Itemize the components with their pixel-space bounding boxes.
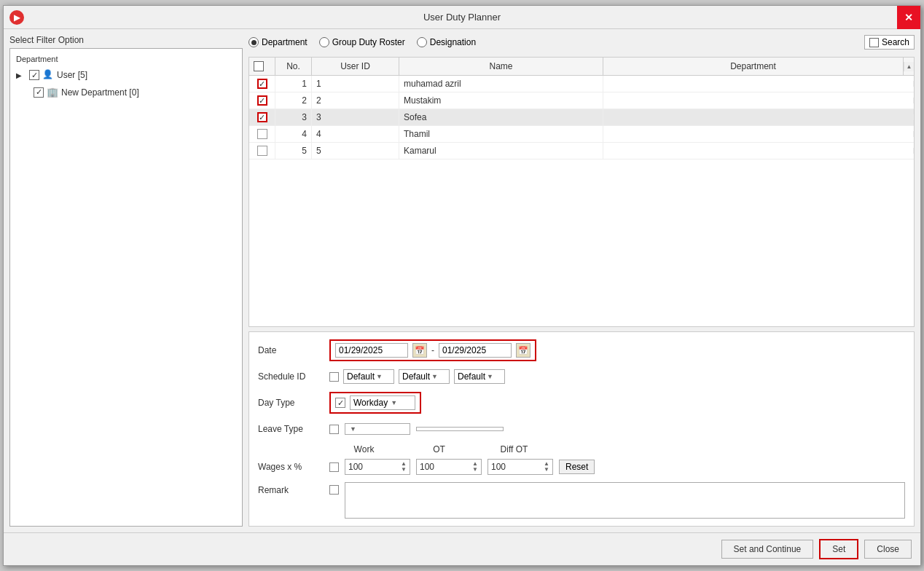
schedule-dropdown-1[interactable]: Default ▼ [343, 369, 394, 384]
table-scrollbar-top: ▲ [904, 62, 914, 71]
calendar-from-icon[interactable]: 📅 [412, 343, 427, 358]
radio-group: Department Group Duty Roster Designation [248, 37, 476, 47]
schedule-label: Schedule ID [258, 371, 324, 382]
row2-no: 2 [275, 92, 312, 109]
row5-no: 5 [275, 143, 312, 159]
date-section: 📅 - 📅 [329, 339, 536, 361]
tree-item-newdept: 🏢 New Department [0] [34, 85, 236, 99]
wages-ot-input[interactable]: 100 ▲ ▼ [416, 459, 482, 475]
date-to-input[interactable] [439, 343, 512, 358]
wages-diffot-input[interactable]: 100 ▲ ▼ [488, 459, 553, 475]
close-footer-button[interactable]: Close [864, 540, 912, 559]
reset-button[interactable]: Reset [559, 460, 595, 474]
user-icon: 👤 [42, 69, 54, 81]
leavetype-dropdown[interactable]: ▼ [345, 423, 410, 435]
schedule-dd1-value: Default [347, 371, 375, 382]
table-row: 2 2 Mustakim [249, 92, 914, 109]
schedule-dropdown-3[interactable]: Default ▼ [454, 369, 505, 384]
wages-ot-spinners[interactable]: ▲ ▼ [472, 461, 478, 473]
leavetype-text[interactable] [416, 427, 504, 431]
row4-checkbox[interactable] [257, 129, 267, 139]
dd3-arrow: ▼ [487, 373, 493, 380]
right-panel: Department Group Duty Roster Designation… [248, 35, 915, 527]
wages-ot-value: 100 [420, 462, 434, 472]
wages-row: Wages x % 100 ▲ ▼ 100 ▲ [258, 457, 905, 476]
row2-userid: 2 [312, 92, 399, 109]
row3-dept [603, 114, 914, 120]
tree-expand-user[interactable]: ▶ [16, 71, 26, 79]
table-header: No. User ID Name Department ▲ [249, 58, 914, 76]
tree-checkbox-newdept[interactable] [34, 87, 44, 98]
th-userid: User ID [312, 58, 399, 75]
search-checkbox[interactable] [869, 38, 879, 47]
select-all-checkbox[interactable] [254, 61, 264, 71]
radio-groupduty[interactable]: Group Duty Roster [319, 37, 405, 47]
search-button[interactable]: Search [864, 35, 915, 50]
row3-check-cell[interactable] [249, 109, 275, 125]
row5-check-cell[interactable] [249, 143, 275, 159]
th-no: No. [275, 58, 312, 75]
calendar-to-icon[interactable]: 📅 [516, 343, 530, 358]
search-label: Search [882, 37, 909, 47]
radio-designation-circle[interactable] [417, 37, 427, 47]
row5-dept [603, 148, 914, 154]
row4-no: 4 [275, 126, 312, 142]
daytype-checkbox[interactable] [335, 398, 345, 408]
daytype-arrow: ▼ [391, 399, 397, 406]
tree-item-user: ▶ 👤 User [5] [16, 68, 236, 82]
row5-checkbox[interactable] [257, 146, 267, 156]
schedule-dropdown-2[interactable]: Default ▼ [399, 369, 450, 384]
row1-checkbox[interactable] [257, 79, 267, 89]
radio-designation-label: Designation [430, 37, 476, 47]
wages-checkbox[interactable] [329, 462, 339, 472]
table-body: 1 1 muhamad azril 2 2 Mustakim [249, 76, 914, 326]
wages-ot-header: OT [404, 444, 474, 454]
daytype-row: Day Type Workday ▼ [258, 392, 905, 414]
row3-userid: 3 [312, 109, 399, 125]
row1-userid: 1 [312, 76, 399, 92]
row1-check-cell[interactable] [249, 76, 275, 92]
spin-down[interactable]: ▼ [472, 467, 478, 473]
daytype-dropdown[interactable]: Workday ▼ [350, 395, 415, 410]
spin-down[interactable]: ▼ [401, 467, 407, 473]
row3-checkbox[interactable] [257, 112, 267, 122]
row4-check-cell[interactable] [249, 126, 275, 142]
schedule-checkbox[interactable] [329, 372, 339, 382]
tree-label-user: User [5] [57, 70, 87, 80]
wages-work-spinners[interactable]: ▲ ▼ [401, 461, 407, 473]
radio-department[interactable]: Department [248, 37, 308, 47]
radio-department-circle[interactable] [248, 37, 259, 47]
row4-dept [603, 131, 914, 137]
daytype-value: Workday [353, 398, 388, 408]
schedule-dd2-value: Default [402, 371, 430, 382]
wages-work-header: Work [329, 444, 399, 454]
wages-work-input[interactable]: 100 ▲ ▼ [345, 459, 410, 475]
set-and-continue-button[interactable]: Set and Continue [721, 540, 814, 559]
bottom-form: Date 📅 - 📅 Schedule ID De [248, 331, 915, 527]
tree-checkbox-user[interactable] [29, 70, 39, 80]
scroll-up-arrow[interactable]: ▲ [907, 63, 912, 70]
row2-checkbox[interactable] [257, 95, 267, 106]
row1-no: 1 [275, 76, 312, 92]
radio-designation[interactable]: Designation [417, 37, 476, 47]
remark-textarea[interactable] [345, 482, 905, 519]
daytype-section: Workday ▼ [329, 392, 421, 414]
dd1-arrow: ▼ [376, 373, 383, 380]
remark-checkbox[interactable] [329, 485, 339, 495]
remark-label: Remark [258, 482, 324, 495]
wages-diffot-spinners[interactable]: ▲ ▼ [544, 461, 549, 473]
schedule-dd3-value: Default [458, 371, 485, 382]
radio-department-label: Department [262, 37, 308, 47]
main-window: ▶ User Duty Planner ✕ Select Filter Opti… [3, 5, 921, 566]
th-check[interactable] [249, 58, 275, 75]
date-from-input[interactable] [335, 343, 408, 358]
leavetype-checkbox[interactable] [329, 425, 339, 434]
set-button[interactable]: Set [819, 539, 858, 559]
row2-check-cell[interactable] [249, 92, 275, 109]
wages-diffot-value: 100 [491, 462, 506, 472]
close-button[interactable]: ✕ [897, 6, 920, 29]
spin-down[interactable]: ▼ [544, 467, 549, 473]
row3-name: Sofea [399, 109, 603, 125]
row1-name: muhamad azril [399, 76, 603, 92]
radio-groupduty-circle[interactable] [319, 37, 329, 47]
